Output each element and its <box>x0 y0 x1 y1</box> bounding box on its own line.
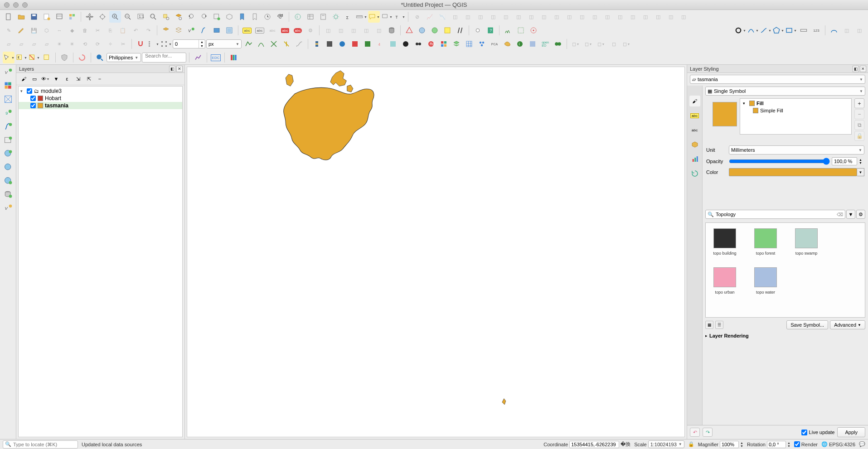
shape-ruler-icon[interactable] <box>798 24 810 36</box>
self-snap-icon[interactable] <box>281 38 292 50</box>
new-print-layout-icon[interactable] <box>41 11 53 23</box>
layers-panel-float-icon[interactable]: ◧ <box>169 66 175 72</box>
toggle-editing-icon[interactable] <box>15 24 27 36</box>
deselect-all-icon[interactable]: ▼ <box>28 52 40 63</box>
save-project-icon[interactable] <box>28 11 40 23</box>
remove-symbol-layer-button[interactable]: − <box>854 109 864 119</box>
select-by-expression-icon[interactable]: ε▼ <box>15 52 27 63</box>
labels-tab-icon[interactable]: abc <box>689 110 700 121</box>
add-raster-layer-icon[interactable] <box>3 80 14 91</box>
symbol-tree-simple-fill-row[interactable]: Simple Fill <box>741 107 850 114</box>
coordinate-toggle-icon[interactable]: �換 <box>621 441 630 448</box>
duplicate-symbol-layer-button[interactable]: ⧉ <box>854 120 864 130</box>
layer-rendering-toggle[interactable]: ▸ Layer Rendering <box>705 333 865 338</box>
mesh-layer-icon[interactable] <box>173 24 184 36</box>
advanced-button[interactable]: Advanced▼ <box>830 320 865 329</box>
new-vector-layer-icon[interactable]: V <box>185 24 197 36</box>
nominatim-search-input[interactable] <box>142 53 186 63</box>
swatch-topo-swamp[interactable]: topo swamp <box>793 228 820 256</box>
shape-rectangle-icon[interactable]: ▼ <box>785 24 797 36</box>
temporal-controller-icon[interactable] <box>262 11 273 23</box>
render-checkbox[interactable] <box>794 441 800 447</box>
new-spatialite-layer-icon[interactable] <box>211 24 223 36</box>
annotation-icon[interactable]: ▼ <box>381 11 393 23</box>
graph-plugin-icon[interactable] <box>192 52 204 63</box>
plugin-11-icon[interactable] <box>451 38 462 50</box>
color-plugin-icon[interactable] <box>228 52 239 63</box>
add-wms-layer-icon[interactable] <box>3 148 14 159</box>
plugin-shield-icon[interactable] <box>58 52 70 63</box>
snap-intersection-icon[interactable] <box>255 38 267 50</box>
layers-expand-icon[interactable]: ⇲ <box>73 74 82 83</box>
add-wfs-layer-icon[interactable] <box>3 175 14 186</box>
layer-styling-close-icon[interactable]: ✕ <box>860 66 866 72</box>
plugin-10-icon[interactable] <box>438 38 450 50</box>
plugin-4-icon[interactable] <box>362 38 373 50</box>
layer-row-hobart[interactable]: Hobart <box>19 95 182 102</box>
add-postgis-layer-icon[interactable] <box>3 189 14 200</box>
pan-icon[interactable] <box>84 11 96 23</box>
layers-manage-visibility-icon[interactable]: 👁▼ <box>41 74 50 83</box>
opacity-slider[interactable] <box>729 158 830 165</box>
zoom-last-icon[interactable] <box>185 11 197 23</box>
identify-icon[interactable]: i <box>292 11 304 23</box>
topo-editing-icon[interactable] <box>242 38 254 50</box>
render-checkbox-label[interactable]: Render <box>794 441 818 447</box>
opacity-up-icon[interactable]: ▲ <box>859 158 864 161</box>
layer-row-tasmania[interactable]: tasmania <box>19 102 182 109</box>
label-tool-abc-icon[interactable]: abc <box>241 24 253 36</box>
traffic-close[interactable] <box>4 2 10 8</box>
new-map-view-icon[interactable] <box>211 11 223 23</box>
label-tool-del-icon[interactable]: abc <box>279 24 291 36</box>
save-symbol-button[interactable]: Save Symbol... <box>786 320 828 329</box>
plugin-8-icon[interactable] <box>412 38 424 50</box>
live-update-checkbox-label[interactable]: Live update <box>801 430 835 435</box>
snapping-unit-combo[interactable]: px ▼ <box>206 39 242 48</box>
sym-tree-collapse-icon[interactable]: ▾ <box>743 101 747 106</box>
edc-plugin-icon[interactable]: EDC <box>210 52 222 63</box>
avoid-intersections-icon[interactable] <box>268 38 280 50</box>
label-tool-abc2-icon[interactable]: abc <box>254 24 266 36</box>
color-button[interactable] <box>729 168 857 176</box>
symbol-tree-fill-row[interactable]: ▾ Fill <box>741 100 850 107</box>
layers-filter-icon[interactable]: ▼ <box>52 74 61 83</box>
plugin-3-icon[interactable] <box>349 38 361 50</box>
diagram-tool-icon[interactable]: abc <box>292 24 304 36</box>
style-filter-tags-icon[interactable]: ▼ <box>846 210 855 219</box>
new-project-icon[interactable] <box>3 11 15 23</box>
plugin-7-icon[interactable] <box>400 38 412 50</box>
plugin-2-icon[interactable] <box>336 38 348 50</box>
grass-tools-icon[interactable] <box>502 24 514 36</box>
new-3d-view-icon[interactable] <box>223 11 235 23</box>
magnifier-input[interactable] <box>720 441 739 448</box>
style-search-input[interactable]: 🔍 ⌫ <box>705 210 845 219</box>
rotation-up-icon[interactable]: ▲ <box>787 441 790 444</box>
plugin-5-icon[interactable]: 4 <box>374 38 386 50</box>
zoom-next-icon[interactable] <box>198 11 210 23</box>
select-all-icon[interactable] <box>41 52 53 63</box>
group-checkbox[interactable] <box>27 88 32 94</box>
layer-styling-float-icon[interactable]: ◧ <box>853 66 859 72</box>
nominatim-search-field[interactable] <box>145 53 183 58</box>
add-symbol-layer-button[interactable]: ＋ <box>854 98 864 108</box>
3dview-tab-icon[interactable] <box>689 139 700 150</box>
symbology-tab-icon[interactable]: 🖌 <box>689 96 700 106</box>
plugin-18-icon[interactable]: openEO <box>539 38 551 50</box>
clear-search-icon[interactable]: ⌫ <box>837 212 843 217</box>
opacity-down-icon[interactable]: ▼ <box>859 161 864 164</box>
layers-add-group-icon[interactable]: ▭ <box>30 74 39 83</box>
trace-icon[interactable] <box>293 38 305 50</box>
show-layout-manager-icon[interactable] <box>53 11 65 23</box>
grass-region-icon[interactable] <box>515 24 527 36</box>
style-manager-open-icon[interactable]: ⚙ <box>856 210 865 219</box>
snapping-icon[interactable] <box>135 38 146 50</box>
plugin-1-icon[interactable] <box>324 38 335 50</box>
new-vector-layer2-icon[interactable]: V <box>3 203 14 213</box>
georeferencer-icon[interactable] <box>416 24 428 36</box>
add-spatialite-icon[interactable] <box>3 121 14 132</box>
plugin-16-icon[interactable]: i <box>514 38 526 50</box>
zoom-in-icon[interactable] <box>109 11 121 23</box>
mesh-digitize-icon[interactable] <box>160 24 172 36</box>
field-calculator-icon[interactable] <box>317 11 329 23</box>
swatch-topo-building[interactable]: topo building <box>711 228 738 256</box>
